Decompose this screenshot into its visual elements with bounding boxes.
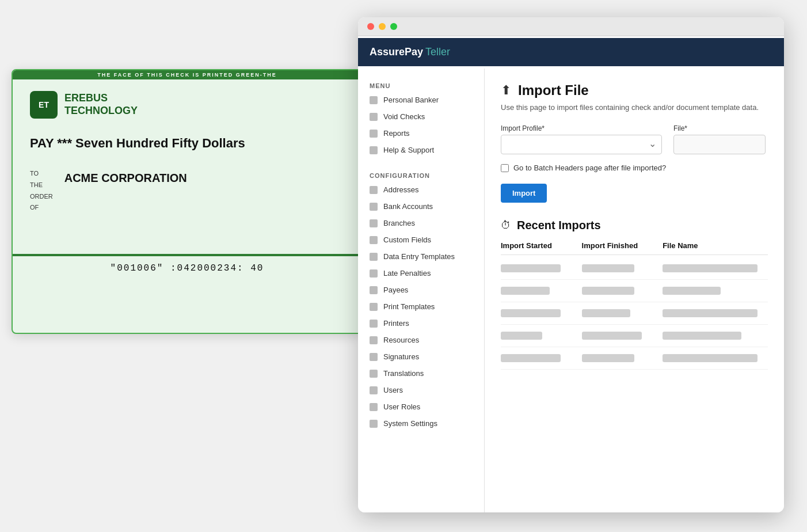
sidebar-label-translations: Translations [383, 369, 424, 378]
recent-imports-table: Import Started Import Finished File Name [501, 241, 768, 370]
sidebar-label-reports: Reports [383, 129, 410, 138]
checkbox-label: Go to Batch Headers page after file impo… [513, 164, 666, 172]
sidebar-icon-personal-banker [370, 96, 378, 104]
browser-close-dot[interactable] [367, 23, 374, 30]
sidebar-label-signatures: Signatures [383, 352, 419, 361]
sidebar-item-users[interactable]: Users [358, 382, 484, 398]
loading-bar-filename [663, 264, 757, 272]
loading-bar-finished [582, 264, 634, 272]
page-title: Import File [518, 82, 589, 98]
browser-minimize-dot[interactable] [379, 23, 386, 30]
loading-bar-started [501, 309, 561, 317]
sidebar-item-reports[interactable]: Reports [358, 125, 484, 142]
sidebar-item-late-penalties[interactable]: Late Penalties [358, 265, 484, 282]
loading-bar-started [501, 264, 561, 272]
app-title-assurepay: AssurePay [370, 46, 423, 58]
sidebar-item-printers[interactable]: Printers [358, 315, 484, 332]
table-row [501, 347, 768, 370]
table-row [501, 257, 768, 280]
sidebar-icon-branches [370, 219, 378, 227]
sidebar-item-translations[interactable]: Translations [358, 365, 484, 382]
sidebar-icon-user-roles [370, 403, 378, 411]
loading-bar-finished [582, 309, 631, 317]
check-security-strip: THE FACE OF THIS CHECK IS PRINTED GREEN-… [13, 70, 361, 79]
loading-bar-started [501, 354, 561, 362]
sidebar-item-bank-accounts[interactable]: Bank Accounts [358, 198, 484, 215]
sidebar-item-void-checks[interactable]: Void Checks [358, 108, 484, 125]
import-profile-select[interactable] [501, 135, 662, 154]
page-description: Use this page to import files containing… [501, 103, 768, 112]
sidebar-item-payees[interactable]: Payees [358, 282, 484, 298]
sidebar-label-system-settings: System Settings [383, 419, 437, 428]
sidebar-item-data-entry-templates[interactable]: Data Entry Templates [358, 248, 484, 265]
sidebar-icon-payees [370, 286, 378, 294]
sidebar-icon-system-settings [370, 420, 378, 428]
import-form-row: Import Profile* File* [501, 124, 768, 154]
sidebar-item-print-templates[interactable]: Print Templates [358, 298, 484, 315]
browser-window: AssurePay Teller MENU Personal Banker Vo… [358, 17, 784, 512]
app-title-teller: Teller [425, 46, 450, 58]
sidebar-item-signatures[interactable]: Signatures [358, 348, 484, 365]
loading-bar-finished [582, 287, 634, 295]
sidebar-label-users: Users [383, 386, 403, 394]
import-button[interactable]: Import [501, 184, 547, 203]
check-payee-name: ACME CORPORATION [64, 168, 187, 185]
sidebar-label-printers: Printers [383, 319, 409, 328]
sidebar-icon-void-checks [370, 113, 378, 121]
sidebar-item-help-support[interactable]: Help & Support [358, 142, 484, 158]
sidebar-icon-reports [370, 130, 378, 138]
checkbox-row: Go to Batch Headers page after file impo… [501, 164, 768, 172]
sidebar-icon-translations [370, 370, 378, 378]
batch-headers-checkbox[interactable] [501, 164, 509, 172]
sidebar-icon-printers [370, 320, 378, 328]
table-row [501, 280, 768, 302]
loading-bar-finished [582, 332, 642, 340]
sidebar-menu-label: MENU [358, 78, 484, 92]
sidebar-config-label: CONFIGURATION [358, 168, 484, 181]
sidebar-label-addresses: Addresses [383, 185, 418, 194]
recent-imports-title: Recent Imports [517, 219, 601, 232]
import-profile-group: Import Profile* [501, 124, 662, 154]
sidebar-label-print-templates: Print Templates [383, 302, 435, 311]
file-input[interactable] [673, 135, 766, 154]
sidebar-icon-signatures [370, 353, 378, 361]
sidebar-label-user-roles: User Roles [383, 402, 420, 411]
sidebar-label-resources: Resources [383, 336, 419, 344]
sidebar-item-branches[interactable]: Branches [358, 215, 484, 231]
check-to-label: TOTHEORDEROF [30, 168, 53, 214]
sidebar-icon-data-entry-templates [370, 253, 378, 261]
sidebar-icon-resources [370, 336, 378, 344]
main-content: ⬆ Import File Use this page to import fi… [485, 69, 784, 512]
sidebar-icon-help-support [370, 146, 378, 154]
sidebar-item-personal-banker[interactable]: Personal Banker [358, 92, 484, 108]
sidebar-item-addresses[interactable]: Addresses [358, 181, 484, 198]
loading-bar-started [501, 287, 550, 295]
app-header: AssurePay Teller [358, 38, 784, 66]
import-profile-select-wrapper [501, 135, 662, 154]
col-import-finished: Import Finished [582, 241, 657, 250]
check-micr: "001006" :042000234: 40 [13, 256, 361, 280]
loading-bar-filename [663, 332, 741, 340]
sidebar-item-system-settings[interactable]: System Settings [358, 415, 484, 432]
sidebar-icon-late-penalties [370, 269, 378, 278]
sidebar-label-custom-fields: Custom Fields [383, 235, 431, 244]
browser-chrome [358, 17, 784, 36]
sidebar-item-user-roles[interactable]: User Roles [358, 398, 484, 415]
table-row [501, 302, 768, 325]
clock-icon: ⏱ [501, 219, 511, 231]
sidebar-item-custom-fields[interactable]: Custom Fields [358, 231, 484, 248]
file-label: File* [673, 124, 766, 132]
app-content: MENU Personal Banker Void Checks Reports… [358, 69, 784, 512]
col-import-started: Import Started [501, 241, 576, 250]
sidebar-item-resources[interactable]: Resources [358, 332, 484, 348]
browser-maximize-dot[interactable] [390, 23, 397, 30]
check-company-name: EREBUS TECHNOLOGY [64, 92, 138, 117]
sidebar-label-help-support: Help & Support [383, 146, 434, 154]
sidebar-icon-bank-accounts [370, 203, 378, 211]
loading-bar-finished [582, 354, 634, 362]
loading-bar-filename [663, 287, 721, 295]
sidebar-label-void-checks: Void Checks [383, 112, 425, 121]
recent-imports-title-area: ⏱ Recent Imports [501, 219, 768, 232]
check-background: THE FACE OF THIS CHECK IS PRINTED GREEN-… [12, 69, 368, 345]
col-file-name: File Name [663, 241, 768, 250]
